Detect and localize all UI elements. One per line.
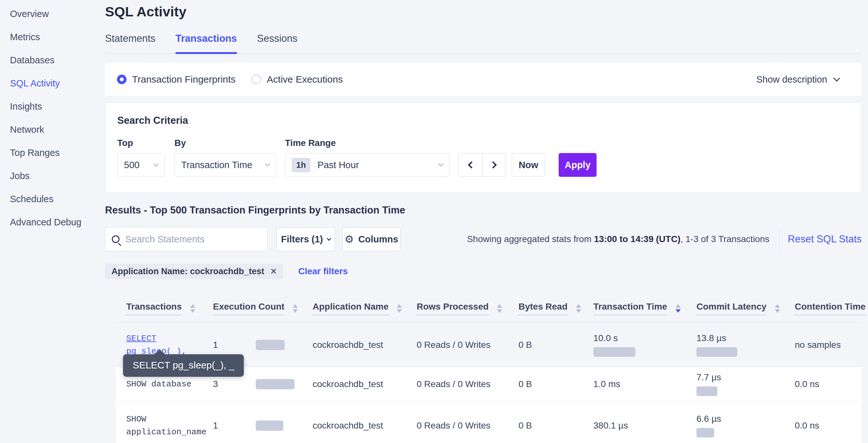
filters-button[interactable]: Filters (1) — [277, 227, 335, 251]
time-range-value: Past Hour — [317, 160, 359, 170]
rows-processed-cell: 0 Reads / 0 Writes — [417, 420, 519, 431]
time-range-pager — [458, 153, 506, 177]
bytes-read-cell: 0 B — [519, 340, 593, 350]
column-header-transactions[interactable]: Transactions — [126, 301, 213, 315]
column-header-label: Application Name — [313, 301, 389, 315]
sidebar-item-metrics[interactable]: Metrics — [0, 25, 100, 49]
chevron-right-icon — [490, 161, 497, 169]
column-header-transaction-time[interactable]: Transaction Time — [593, 301, 696, 315]
top-select[interactable]: 500 — [117, 153, 165, 177]
apply-button[interactable]: Apply — [559, 153, 596, 177]
column-header-application-name[interactable]: Application Name — [313, 301, 417, 315]
show-description-toggle[interactable]: Show description — [756, 74, 839, 85]
sidebar-item-databases[interactable]: Databases — [0, 49, 100, 72]
chevron-down-icon — [154, 161, 159, 167]
radio-label: Transaction Fingerprints — [132, 74, 236, 85]
sort-icon[interactable] — [775, 304, 780, 313]
column-header-rows-processed[interactable]: Rows Processed — [417, 301, 519, 315]
sort-icon[interactable] — [397, 304, 402, 313]
table-row[interactable]: SHOW application_name 1 cockroachdb_test… — [116, 401, 862, 443]
transaction-time-cell: 1.0 ms — [593, 379, 696, 389]
execution-count-cell: 1 — [213, 340, 313, 350]
radio-selected-icon — [117, 75, 127, 84]
sort-icon[interactable] — [576, 304, 581, 313]
top-select-value: 500 — [124, 160, 140, 170]
transaction-time-value: 10.0 s — [593, 333, 618, 343]
rows-processed-cell: 0 Reads / 0 Writes — [417, 379, 519, 389]
transaction-fingerprint-link[interactable]: SHOW database — [126, 378, 207, 391]
search-input[interactable] — [125, 234, 261, 245]
search-criteria-heading: Search Criteria — [117, 115, 861, 126]
stats-range: 13:00 to 14:39 (UTC) — [594, 234, 680, 244]
column-header-execution-count[interactable]: Execution Count — [213, 301, 313, 315]
by-select[interactable]: Transaction Time — [175, 153, 276, 177]
column-header-label: Execution Count — [213, 301, 284, 315]
column-header-bytes-read[interactable]: Bytes Read — [519, 301, 593, 315]
bytes-read-cell: 0 B — [519, 379, 593, 389]
application-name-cell: cockroachdb_test — [313, 420, 417, 431]
chevron-down-icon — [438, 161, 444, 167]
page-title: SQL Activity — [105, 4, 186, 20]
remove-filter-icon[interactable]: ✕ — [270, 266, 277, 276]
active-filters-row: Application Name: cockroachdb_test ✕ Cle… — [105, 264, 348, 279]
execution-count-cell: 1 — [213, 420, 313, 431]
sort-icon[interactable] — [293, 304, 298, 313]
sidebar-item-network[interactable]: Network — [0, 118, 100, 141]
sidebar-item-advanced-debug[interactable]: Advanced Debug — [0, 211, 100, 234]
top-label: Top — [117, 138, 165, 148]
table-header-row: Transactions Execution Count Application… — [116, 291, 862, 322]
chevron-down-icon — [833, 75, 840, 81]
transaction-fingerprint-link[interactable]: SELECT pg_sleep(_), _ — [126, 332, 207, 358]
show-description-label: Show description — [756, 74, 827, 85]
commit-latency-bar — [696, 347, 737, 357]
application-name-cell: cockroachdb_test — [313, 379, 417, 389]
stats-prefix: Showing aggregated stats from — [467, 234, 594, 244]
columns-button[interactable]: ⚙ Columns — [342, 227, 401, 251]
reset-sql-stats-link[interactable]: Reset SQL Stats — [788, 233, 862, 245]
contention-time-cell: no samples — [795, 340, 862, 350]
sidebar-item-insights[interactable]: Insights — [0, 95, 100, 118]
tab-transactions[interactable]: Transactions — [176, 33, 237, 53]
sidebar-item-overview[interactable]: Overview — [0, 2, 100, 25]
results-controls-row: Filters (1) ⚙ Columns Showing aggregated… — [105, 227, 862, 252]
time-range-badge: 1h — [292, 158, 310, 172]
chevron-down-icon — [327, 236, 331, 240]
by-label: By — [175, 138, 276, 148]
filter-chip-application-name[interactable]: Application Name: cockroachdb_test ✕ — [105, 264, 283, 279]
next-time-range-button[interactable] — [482, 153, 506, 177]
transaction-text[interactable]: SHOW database — [126, 379, 191, 389]
transaction-text[interactable]: SHOW application_name — [126, 414, 207, 437]
sidebar-item-schedules[interactable]: Schedules — [0, 187, 100, 211]
clear-filters-link[interactable]: Clear filters — [298, 266, 348, 276]
tab-sessions[interactable]: Sessions — [257, 33, 298, 53]
radio-transaction-fingerprints[interactable]: Transaction Fingerprints — [117, 74, 236, 85]
sort-icon[interactable] — [497, 304, 502, 313]
by-select-value: Transaction Time — [181, 160, 252, 170]
radio-active-executions[interactable]: Active Executions — [251, 74, 343, 85]
commit-latency-value: 13.8 µs — [696, 333, 726, 343]
chevron-left-icon — [468, 161, 475, 169]
sidebar-item-top-ranges[interactable]: Top Ranges — [0, 141, 100, 164]
radio-unselected-icon — [251, 75, 261, 84]
column-header-commit-latency[interactable]: Commit Latency — [696, 301, 795, 315]
column-header-contention-time[interactable]: Contention Time — [795, 301, 865, 315]
transaction-fingerprint-link[interactable]: SHOW application_name — [126, 413, 207, 439]
chevron-down-icon — [265, 161, 271, 167]
commit-latency-value: 7.7 µs — [696, 372, 721, 383]
sidebar-item-jobs[interactable]: Jobs — [0, 164, 100, 187]
now-button[interactable]: Now — [512, 153, 545, 177]
bytes-read-cell: 0 B — [519, 420, 593, 431]
contention-time-cell: 0.0 ns — [795, 379, 862, 389]
sidebar-item-sql-activity[interactable]: SQL Activity — [0, 72, 100, 95]
time-range-select[interactable]: 1h Past Hour — [285, 153, 450, 177]
previous-time-range-button[interactable] — [459, 153, 482, 177]
time-range-label: Time Range — [285, 138, 450, 148]
execution-count-value: 1 — [213, 340, 256, 350]
column-header-label: Bytes Read — [519, 301, 568, 315]
column-header-label: Contention Time — [795, 301, 865, 315]
execution-count-bar — [256, 340, 285, 350]
tab-statements[interactable]: Statements — [105, 33, 155, 53]
sort-icon[interactable] — [190, 304, 195, 313]
sort-icon-active-desc[interactable] — [676, 304, 681, 313]
commit-latency-bar — [696, 428, 714, 438]
